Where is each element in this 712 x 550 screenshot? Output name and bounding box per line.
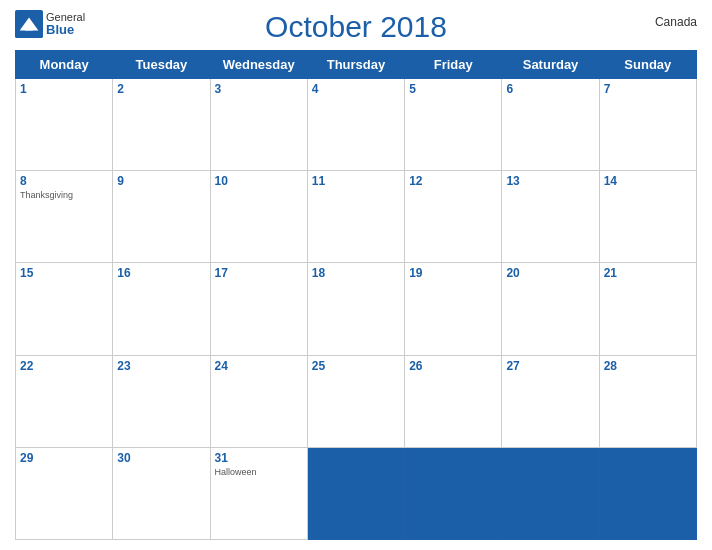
calendar-cell — [502, 447, 599, 539]
calendar-cell: 24 — [210, 355, 307, 447]
week-row-4: 22232425262728 — [16, 355, 697, 447]
calendar-cell: 21 — [599, 263, 696, 355]
calendar-cell: 28 — [599, 355, 696, 447]
day-number: 1 — [20, 82, 108, 96]
calendar-cell: 3 — [210, 79, 307, 171]
calendar-cell: 15 — [16, 263, 113, 355]
logo-text: General Blue — [46, 12, 85, 36]
calendar-cell — [599, 447, 696, 539]
calendar-cell: 9 — [113, 171, 210, 263]
day-number: 11 — [312, 174, 400, 188]
header-area: General Blue October 2018 Canada — [15, 10, 697, 44]
event-label: Halloween — [215, 467, 303, 477]
calendar-cell: 7 — [599, 79, 696, 171]
calendar-cell: 5 — [405, 79, 502, 171]
calendar-cell: 4 — [307, 79, 404, 171]
calendar-cell: 22 — [16, 355, 113, 447]
header-saturday: Saturday — [502, 51, 599, 79]
day-number: 25 — [312, 359, 400, 373]
calendar-cell: 20 — [502, 263, 599, 355]
calendar-cell — [307, 447, 404, 539]
day-number: 3 — [215, 82, 303, 96]
logo-area: General Blue — [15, 10, 85, 38]
calendar-title: October 2018 — [265, 10, 447, 44]
day-number: 23 — [117, 359, 205, 373]
day-number: 13 — [506, 174, 594, 188]
calendar-cell: 31Halloween — [210, 447, 307, 539]
calendar-wrapper: General Blue October 2018 Canada Monday … — [0, 0, 712, 550]
weekday-header-row: Monday Tuesday Wednesday Thursday Friday… — [16, 51, 697, 79]
day-number: 7 — [604, 82, 692, 96]
day-number: 29 — [20, 451, 108, 465]
day-number: 10 — [215, 174, 303, 188]
day-number: 6 — [506, 82, 594, 96]
calendar-cell: 30 — [113, 447, 210, 539]
calendar-cell: 18 — [307, 263, 404, 355]
day-number: 17 — [215, 266, 303, 280]
day-number: 14 — [604, 174, 692, 188]
calendar-cell: 29 — [16, 447, 113, 539]
calendar-cell: 13 — [502, 171, 599, 263]
day-number: 5 — [409, 82, 497, 96]
calendar-table: Monday Tuesday Wednesday Thursday Friday… — [15, 50, 697, 540]
day-number: 18 — [312, 266, 400, 280]
header-friday: Friday — [405, 51, 502, 79]
day-number: 16 — [117, 266, 205, 280]
day-number: 21 — [604, 266, 692, 280]
week-row-2: 8Thanksgiving91011121314 — [16, 171, 697, 263]
calendar-cell: 27 — [502, 355, 599, 447]
day-number: 26 — [409, 359, 497, 373]
calendar-cell: 12 — [405, 171, 502, 263]
header-wednesday: Wednesday — [210, 51, 307, 79]
day-number: 27 — [506, 359, 594, 373]
day-number: 4 — [312, 82, 400, 96]
day-number: 2 — [117, 82, 205, 96]
day-number: 19 — [409, 266, 497, 280]
week-row-3: 15161718192021 — [16, 263, 697, 355]
day-number: 12 — [409, 174, 497, 188]
day-number: 24 — [215, 359, 303, 373]
week-row-5: 293031Halloween — [16, 447, 697, 539]
country-label: Canada — [655, 15, 697, 29]
calendar-cell — [405, 447, 502, 539]
day-number: 22 — [20, 359, 108, 373]
calendar-cell: 26 — [405, 355, 502, 447]
header-tuesday: Tuesday — [113, 51, 210, 79]
calendar-cell: 23 — [113, 355, 210, 447]
calendar-cell: 11 — [307, 171, 404, 263]
calendar-cell: 16 — [113, 263, 210, 355]
week-row-1: 1234567 — [16, 79, 697, 171]
day-number: 28 — [604, 359, 692, 373]
calendar-cell: 8Thanksgiving — [16, 171, 113, 263]
calendar-cell: 14 — [599, 171, 696, 263]
day-number: 15 — [20, 266, 108, 280]
logo-blue-text: Blue — [46, 23, 85, 36]
generalblue-logo-icon — [15, 10, 43, 38]
event-label: Thanksgiving — [20, 190, 108, 200]
calendar-cell: 1 — [16, 79, 113, 171]
svg-rect-2 — [25, 23, 32, 30]
calendar-cell: 17 — [210, 263, 307, 355]
day-number: 20 — [506, 266, 594, 280]
calendar-cell: 10 — [210, 171, 307, 263]
calendar-cell: 19 — [405, 263, 502, 355]
day-number: 31 — [215, 451, 303, 465]
calendar-cell: 6 — [502, 79, 599, 171]
header-monday: Monday — [16, 51, 113, 79]
calendar-cell: 25 — [307, 355, 404, 447]
day-number: 8 — [20, 174, 108, 188]
day-number: 9 — [117, 174, 205, 188]
day-number: 30 — [117, 451, 205, 465]
header-thursday: Thursday — [307, 51, 404, 79]
calendar-cell: 2 — [113, 79, 210, 171]
header-sunday: Sunday — [599, 51, 696, 79]
